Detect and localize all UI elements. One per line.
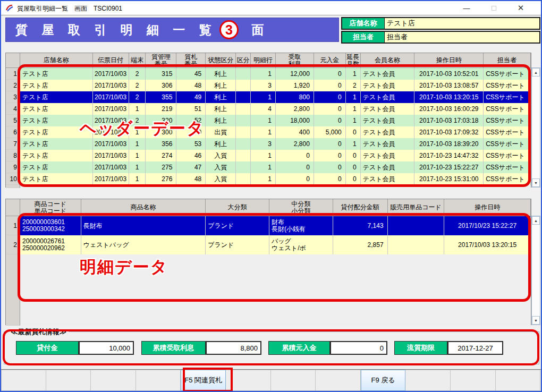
detail-grid-empty-area bbox=[6, 254, 531, 326]
detail-grid-cell: バッグ ウェスト/ボ bbox=[269, 235, 333, 254]
scroll-down-icon[interactable]: ▼ bbox=[532, 316, 540, 325]
header-grid-cell: 1,920 bbox=[276, 80, 314, 91]
header-grid-cell: 2017-10-03 17:09:32 bbox=[414, 126, 484, 138]
header-grid-cell: CSSサポート bbox=[484, 103, 531, 115]
header-grid-column-header: 状態区分 bbox=[206, 53, 236, 68]
function-key-bar: F5 関連質札F9 戻る bbox=[1, 369, 541, 391]
accrued-principal-value[interactable]: 0 bbox=[330, 341, 387, 355]
header-grid-row[interactable]: 5テスト店2017/10/03232052利上118,00001テスト会員201… bbox=[6, 115, 531, 126]
header-grid-cell: 219 bbox=[146, 103, 176, 115]
header-grid-cell: 12,000 bbox=[276, 68, 314, 80]
header-grid-cell: 2 bbox=[129, 91, 146, 103]
header-grid-cell: 利上 bbox=[206, 138, 236, 150]
minimize-button[interactable]: — bbox=[455, 1, 478, 15]
header-grid-cell: テスト店 bbox=[20, 126, 93, 138]
function-key-empty-slot bbox=[496, 370, 541, 391]
header-grid-row[interactable]: 3テスト店2017/10/03235549利上180001テスト会員2017-1… bbox=[6, 91, 531, 103]
staff-label: 担当者 bbox=[342, 32, 385, 42]
detail-grid-row[interactable]: 1200000003601 250003000342長財布ブランド財布 長財(小… bbox=[6, 216, 531, 235]
function-key-empty-slot bbox=[271, 370, 316, 391]
row-number-cell bbox=[6, 185, 20, 188]
header-grid-row[interactable]: 8テスト店2017/10/03127446入質1000テスト会員2017-10-… bbox=[6, 150, 531, 161]
header-grid-cell: 0 bbox=[346, 126, 361, 138]
header-grid-cell: テスト会員 bbox=[361, 91, 415, 103]
store-name-value[interactable]: テスト店 bbox=[385, 18, 539, 29]
header-grid-cell: テスト会員 bbox=[361, 115, 415, 126]
accrued-interest-value[interactable]: 8,800 bbox=[206, 341, 261, 355]
header-grid-row[interactable]: 2テスト店2017/10/03230648利上31,92002テスト会員2017… bbox=[6, 80, 531, 91]
header-grid-cell: 2017/10/03 bbox=[93, 103, 129, 115]
header-grid-cell: 47 bbox=[176, 161, 206, 173]
maximize-button[interactable] bbox=[482, 1, 505, 15]
detail-grid-column-header: 商品名称 bbox=[81, 199, 206, 216]
detail-grid-cell: ブランド bbox=[206, 216, 269, 235]
header-grid-cell: テスト店 bbox=[20, 161, 93, 173]
detail-grid-column-header: 販売用単品コード bbox=[388, 199, 445, 216]
header-grid-cell: テスト会員 bbox=[361, 161, 415, 173]
f9-back-button[interactable]: F9 戻る bbox=[361, 370, 406, 391]
function-key-empty-slot bbox=[316, 370, 361, 391]
header-grid-row[interactable]: 9テスト店2017/10/03127547入質1000テスト会員2017-10-… bbox=[6, 161, 531, 173]
header-grid-cell: 利上 bbox=[206, 91, 236, 103]
header-grid-cell: 0 bbox=[314, 138, 346, 150]
detail-grid-column-header: 中分類 小分類 bbox=[269, 199, 333, 216]
header-grid-row[interactable]: 4テスト店2017/10/03121951利上42,80001テスト会員2017… bbox=[6, 103, 531, 115]
forfeit-deadline-label: 流質期限 bbox=[394, 341, 447, 355]
header-grid-cell: 0 bbox=[346, 161, 361, 173]
header-grid-cell: 1 bbox=[129, 126, 146, 138]
header-grid-cell: 274 bbox=[146, 150, 176, 161]
detail-grid-cell: ブランド bbox=[206, 235, 269, 254]
scroll-up-icon[interactable]: ▲ bbox=[532, 216, 540, 225]
header-grid-row[interactable]: 7テスト店2017/10/03135653利上32,80001テスト会員2017… bbox=[6, 138, 531, 150]
header-grid-cell: 48 bbox=[176, 80, 206, 91]
row-number-cell bbox=[6, 254, 20, 326]
header-grid-cell: 2017/10/03 bbox=[93, 161, 129, 173]
header-grid-cell: 2017-10-03 13:08:57 bbox=[414, 80, 484, 91]
header-grid-row[interactable]: 6テスト店2017/10/03130040出質14005,0000テスト会員20… bbox=[6, 126, 531, 138]
header-grid-column-header: 質管理 番号 bbox=[146, 53, 176, 68]
header-grid-cell: 2017-10-03 17:03:18 bbox=[414, 115, 484, 126]
detail-grid-row[interactable]: 2200000026761 250000020962ウェストバッグブランドバッグ… bbox=[6, 235, 531, 254]
header-grid-cell: 1 bbox=[346, 103, 361, 115]
header-grid-cell: 1 bbox=[251, 126, 276, 138]
header-grid-cell: 52 bbox=[176, 115, 206, 126]
header-grid-cell: 2,800 bbox=[276, 138, 314, 150]
header-grid-cell bbox=[236, 91, 251, 103]
staff-value[interactable]: 担当者 bbox=[385, 32, 539, 42]
header-grid-scrollbar[interactable]: ▲ ▼ bbox=[531, 67, 540, 188]
accrued-principal-label: 累積元入金 bbox=[268, 341, 330, 355]
header-grid-column-header-row: 店舗名称伝票日付端末質管理 番号質札 番号状態区分区分明細行受取 利息元入金延長… bbox=[6, 53, 531, 68]
header-grid-row[interactable]: 10テスト店2017/10/03127648入質1000テスト会員2017-10… bbox=[6, 173, 531, 185]
header-grid-cell: 5,000 bbox=[314, 126, 346, 138]
detail-grid-cell: 2017/10/23 15:22:27 bbox=[444, 216, 531, 235]
header-grid-cell: 1 bbox=[251, 115, 276, 126]
header-grid-cell: 0 bbox=[276, 173, 314, 185]
header-grid-cell: テスト店 bbox=[20, 103, 93, 115]
header-grid-cell bbox=[236, 161, 251, 173]
detail-grid-scrollbar[interactable]: ▲ ▼ bbox=[531, 216, 540, 325]
scroll-down-icon[interactable]: ▼ bbox=[532, 178, 540, 187]
header-grid-column-header: 元入金 bbox=[314, 53, 346, 68]
detail-grid-cell: 2,857 bbox=[333, 235, 388, 254]
detail-grid-column-header: 大分類 bbox=[206, 199, 269, 216]
staff-field: 担当者 担当者 bbox=[341, 31, 540, 44]
f5-related-ticket-button[interactable]: F5 関連質札 bbox=[181, 370, 226, 391]
grid-background bbox=[20, 254, 531, 326]
header-grid-cell bbox=[236, 80, 251, 91]
header-grid-cell: 2,800 bbox=[276, 103, 314, 115]
forfeit-deadline-value[interactable]: 2017-12-27 bbox=[447, 341, 503, 355]
detail-grid-cell: 200000003601 250003000342 bbox=[20, 216, 81, 235]
header-grid-cell: 2017/10/03 bbox=[93, 91, 129, 103]
scroll-up-icon[interactable]: ▲ bbox=[532, 68, 540, 76]
loan-amount-value[interactable]: 10,000 bbox=[79, 341, 134, 355]
header-grid-cell: 46 bbox=[176, 150, 206, 161]
header-grid-row[interactable]: 1テスト店2017/10/03231545利上112,00001テスト会員201… bbox=[6, 68, 531, 80]
function-key-empty-slot bbox=[405, 370, 451, 391]
header-grid-column-header: 区分 bbox=[236, 53, 251, 68]
row-number-cell: 2 bbox=[6, 235, 20, 254]
close-button[interactable]: ✕ bbox=[509, 1, 532, 15]
detail-grid-column-header: 商品コード 単品コード bbox=[20, 199, 81, 216]
header-grid-cell: テスト会員 bbox=[361, 150, 415, 161]
screen-banner: 質 屋 取 引 明 細 一 覧 画 面 3 bbox=[5, 18, 339, 42]
row-number-cell: 2 bbox=[6, 80, 20, 91]
